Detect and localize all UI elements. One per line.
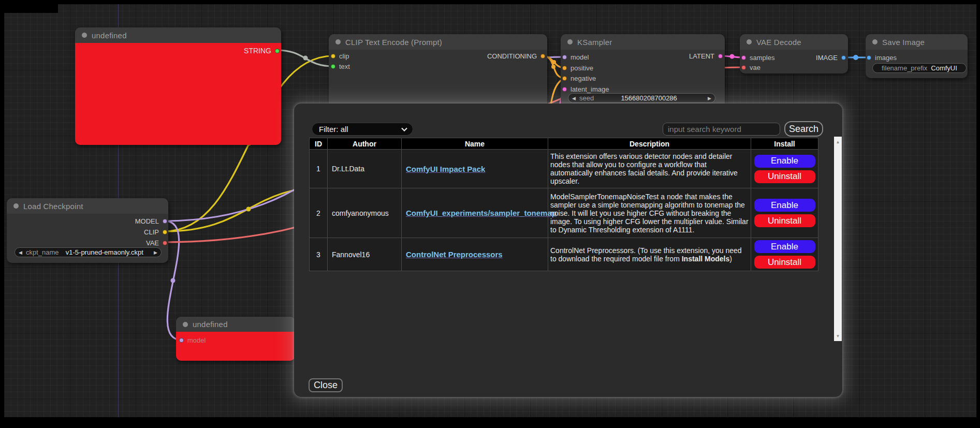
enable-button[interactable]: Enable <box>754 155 815 168</box>
output-slot-image[interactable]: IMAGE <box>812 53 846 62</box>
input-slot-latent-image[interactable]: latent_image <box>562 85 612 93</box>
filter-selected-value: Filter: all <box>319 125 401 134</box>
collapse-dot-icon[interactable] <box>13 203 19 209</box>
uninstall-button[interactable]: Uninstall <box>754 256 815 269</box>
slot-dot[interactable] <box>741 65 746 70</box>
node-title: Load Checkpoint <box>23 202 83 211</box>
search-input[interactable] <box>663 123 780 136</box>
output-slot-latent[interactable]: LATENT <box>685 52 723 60</box>
scroll-down-icon[interactable]: ▼ <box>834 332 842 340</box>
output-slot-model[interactable]: MODEL <box>131 217 167 225</box>
chevron-down-icon <box>401 127 407 131</box>
node-title-bar[interactable]: Load Checkpoint <box>7 198 168 214</box>
seed-widget[interactable]: ◀ seed 156680208700286 ▶ <box>568 93 715 103</box>
input-slot-model[interactable]: model <box>562 53 592 61</box>
scroll-up-icon[interactable]: ▲ <box>834 138 842 145</box>
input-slot-images[interactable]: images <box>867 53 900 62</box>
output-slot-clip[interactable]: CLIP <box>140 228 167 236</box>
next-arrow-icon[interactable]: ▶ <box>150 250 161 255</box>
slot-dot[interactable] <box>331 64 335 69</box>
slot-dot[interactable] <box>179 338 184 343</box>
node-body: STRING <box>75 43 281 145</box>
slot-dot[interactable] <box>562 76 567 81</box>
slot-dot[interactable] <box>540 54 545 58</box>
cell-name: ControlNet Preprocessors <box>402 238 548 271</box>
window-edge-left <box>0 0 4 428</box>
slot-label: samples <box>750 54 774 62</box>
uninstall-button[interactable]: Uninstall <box>754 170 815 183</box>
custom-nodes-manager-dialog: Filter: all Search IDAuthorNameDescripti… <box>294 104 842 397</box>
slot-dot[interactable] <box>867 55 871 60</box>
input-slot-vae[interactable]: vae <box>741 63 764 71</box>
input-slot-samples[interactable]: samples <box>741 53 778 62</box>
node-title-bar[interactable]: Save Image <box>866 34 968 50</box>
node-title-bar[interactable]: undefined <box>75 27 281 43</box>
input-slot-negative[interactable]: negative <box>562 74 599 82</box>
slot-dot[interactable] <box>275 49 280 53</box>
output-slot-vae[interactable]: VAE <box>142 239 167 247</box>
slot-dot[interactable] <box>163 241 167 245</box>
node-undefined-bottom[interactable]: undefined model <box>176 317 295 361</box>
slot-dot[interactable] <box>331 54 335 58</box>
input-slot-clip[interactable]: clip <box>331 52 353 60</box>
slot-label: model <box>187 336 206 344</box>
node-vae-decode[interactable]: VAE Decode samples vae IMAGE <box>740 34 848 73</box>
node-body: model <box>176 332 295 361</box>
slot-dot[interactable] <box>163 219 167 224</box>
link-dot <box>552 60 556 64</box>
cell-description: ModelSamplerTonemapNoiseTest a node that… <box>548 188 751 238</box>
collapse-dot-icon[interactable] <box>567 39 573 45</box>
node-load-checkpoint[interactable]: Load Checkpoint MODEL CLIP VAE ◀ ckpt_na… <box>7 198 168 263</box>
slot-label: latent_image <box>571 85 609 93</box>
collapse-dot-icon[interactable] <box>747 39 752 45</box>
slot-dot[interactable] <box>741 55 746 60</box>
ckpt-name-widget[interactable]: ◀ ckpt_name v1-5-pruned-emaonly.ckpt ▶ <box>14 247 162 257</box>
slot-label: STRING <box>244 47 271 55</box>
input-slot-text[interactable]: text <box>331 62 354 70</box>
close-button[interactable]: Close <box>309 378 343 392</box>
output-slot-string[interactable]: STRING <box>240 47 280 55</box>
collapse-dot-icon[interactable] <box>335 39 341 45</box>
cell-install: EnableUninstall <box>751 238 818 271</box>
input-slot-positive[interactable]: positive <box>562 64 597 72</box>
extension-name-link[interactable]: ComfyUI Impact Pack <box>406 165 485 173</box>
node-clip-text-encode[interactable]: CLIP Text Encode (Prompt) clip text COND… <box>329 34 547 112</box>
cell-description: This extension offers various detector n… <box>548 150 751 188</box>
node-title: undefined <box>92 31 127 40</box>
widget-value: v1-5-pruned-emaonly.ckpt <box>59 248 151 256</box>
collapse-dot-icon[interactable] <box>82 33 87 38</box>
increment-arrow-icon[interactable]: ▶ <box>704 96 715 101</box>
node-undefined-top[interactable]: undefined STRING <box>75 27 281 145</box>
output-slot-conditioning[interactable]: CONDITIONING <box>484 52 545 60</box>
cell-id: 2 <box>310 188 328 238</box>
node-title-bar[interactable]: CLIP Text Encode (Prompt) <box>329 34 547 50</box>
slot-dot[interactable] <box>562 87 567 92</box>
enable-button[interactable]: Enable <box>754 240 815 253</box>
slot-dot[interactable] <box>562 66 567 70</box>
node-title-bar[interactable]: VAE Decode <box>740 34 848 50</box>
uninstall-button[interactable]: Uninstall <box>754 214 815 227</box>
node-ksampler[interactable]: KSampler model positive negative latent_… <box>561 34 725 109</box>
decrement-arrow-icon[interactable]: ◀ <box>568 96 579 101</box>
cell-install: EnableUninstall <box>751 150 818 188</box>
slot-dot[interactable] <box>841 55 846 60</box>
slot-dot[interactable] <box>562 55 567 60</box>
collapse-dot-icon[interactable] <box>183 322 188 327</box>
enable-button[interactable]: Enable <box>754 199 815 212</box>
extension-name-link[interactable]: ControlNet Preprocessors <box>406 250 503 259</box>
slot-dot[interactable] <box>163 230 167 234</box>
input-slot-model[interactable]: model <box>179 336 209 344</box>
search-button[interactable]: Search <box>784 121 823 137</box>
node-title-bar[interactable]: undefined <box>176 317 295 332</box>
link-dot <box>246 207 251 212</box>
slot-dot[interactable] <box>718 54 723 58</box>
collapse-dot-icon[interactable] <box>872 39 877 45</box>
node-title-bar[interactable]: KSampler <box>561 34 725 50</box>
slot-label: vae <box>750 64 760 71</box>
prev-arrow-icon[interactable]: ◀ <box>15 250 26 255</box>
filename-prefix-widget[interactable]: filename_prefix ComfyUI <box>872 63 967 73</box>
table-scrollbar[interactable]: ▲ ▼ <box>834 137 842 341</box>
extension-name-link[interactable]: ComfyUI_experiments/sampler_tonemap <box>406 209 557 217</box>
filter-select[interactable]: Filter: all <box>312 123 413 136</box>
node-save-image[interactable]: Save Image images filename_prefix ComfyU… <box>866 34 968 78</box>
